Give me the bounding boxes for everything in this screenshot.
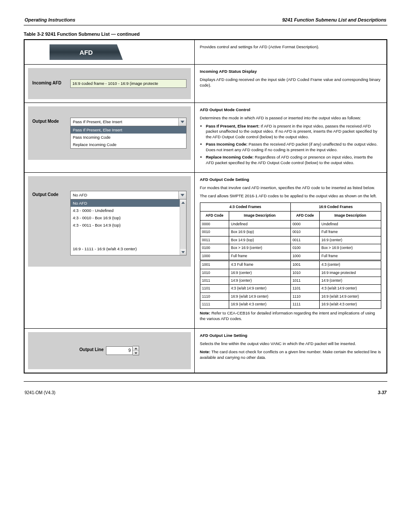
output-code-desc-title: AFD Output Code Setting [200, 177, 249, 182]
table-cell: 4:3 (w/alt 14:9 center) [229, 285, 291, 292]
table-cell: 1011 [200, 277, 229, 284]
table-cell: 0000 [200, 220, 229, 228]
table-cell: Full frame [320, 228, 381, 236]
table-cell: 16:9 (w/alt 14:9 center) [320, 292, 381, 300]
output-code-note: Refer to CEA-CEB16 for detailed informat… [200, 311, 375, 321]
output-line-desc-title: AFD Output Line Setting [200, 333, 247, 338]
incoming-afd-label: Incoming AFD [32, 79, 68, 85]
smpte-head-16-9: 16:9 Coded Frames [290, 202, 381, 211]
incoming-afd-readout: 16:9 coded frame - 1010 - 16:9 (image pr… [70, 79, 187, 88]
output-mode-label: Output Mode [32, 118, 68, 124]
header-left: Operating Instructions [25, 17, 75, 22]
scroll-down-icon[interactable] [180, 249, 186, 255]
table-cell: 16:9 image protected [320, 269, 381, 277]
table-cell: 16:9 (w/alt 4:3 center) [229, 301, 291, 308]
table-cell: Full frame [320, 252, 381, 260]
footer-doc: 9241-OM (V4.3) [25, 390, 56, 395]
list-item[interactable]: Pass Incoming Code [71, 134, 186, 141]
list-item[interactable]: 4:3 - 0010 - Box 16:9 (top) [71, 214, 180, 221]
output-code-desc-p2: The card allows SMPTE 2016-1 AFD codes t… [200, 193, 381, 199]
table-cell: 1001 [200, 261, 229, 269]
table-cell: 1001 [290, 261, 319, 269]
output-line-note: The card does not check for conflicts on… [200, 349, 381, 360]
table-cell: 0011 [200, 236, 229, 244]
output-code-options[interactable]: No AFD 4:3 - 0000 - Undefined 4:3 - 0010… [70, 199, 187, 255]
smpte-head-4-3: 4:3 Coded Frames [200, 202, 290, 211]
table-cell: 1010 [290, 269, 319, 277]
table-cell: 16:9 (center) [320, 236, 381, 244]
output-code-value: No AFD [71, 191, 178, 199]
list-item[interactable]: Replace Incoming Code [71, 141, 186, 148]
output-code-desc-p1: For modes that involve card AFD insertio… [200, 185, 381, 191]
table-cell: Full frame [229, 252, 291, 260]
output-line-label: Output Line [79, 346, 103, 352]
output-line-stepper[interactable] [133, 346, 139, 355]
header-right: 9241 Function Submenu List and Descripti… [282, 17, 386, 22]
table-cell: Box 16:9 (top) [229, 228, 291, 236]
output-line-input[interactable]: 9 [106, 346, 133, 355]
table-cell: 0100 [200, 244, 229, 252]
output-mode-value: Pass If Present, Else Insert [71, 118, 178, 126]
output-mode-desc-title: AFD Output Mode Control [200, 107, 250, 112]
output-code-label: Output Code [32, 191, 68, 197]
table-cell: 1000 [200, 252, 229, 260]
afd-tab[interactable]: AFD [50, 44, 123, 60]
list-item[interactable]: 4:3 - 0000 - Undefined [71, 207, 180, 214]
chevron-down-icon[interactable] [178, 191, 186, 199]
table-cell: 1010 [200, 269, 229, 277]
table-title: Table 3-2 9241 Function Submenu List — c… [24, 31, 387, 37]
function-table: AFD Provides control and settings for AF… [24, 39, 387, 373]
table-cell: 4:3 (w/alt 14:9 center) [320, 285, 381, 292]
incoming-afd-desc-title: Incoming AFD Status Display [200, 69, 257, 74]
chevron-down-icon[interactable] [178, 118, 186, 126]
table-cell: 16:9 (w/alt 4:3 center) [320, 301, 381, 308]
table-cell: 16:9 (w/alt 14:9 center) [229, 292, 291, 300]
table-cell: 14:9 (center) [320, 277, 381, 284]
scroll-up-icon[interactable] [180, 199, 186, 205]
table-cell: 1111 [290, 301, 319, 308]
list-item[interactable]: No AFD [71, 199, 180, 207]
table-cell: Box > 16:9 (center) [229, 244, 291, 252]
table-cell: Undefined [229, 220, 291, 228]
table-cell: 1110 [200, 292, 229, 300]
list-item: Pass Incoming Code: Passes the received … [206, 142, 381, 153]
list-item: Pass If Present, Else Insert: If AFD is … [206, 124, 381, 140]
list-item[interactable]: Pass If Present, Else Insert [71, 126, 186, 134]
table-cell: 0100 [290, 244, 319, 252]
table-cell: 1110 [290, 292, 319, 300]
incoming-afd-desc-body: Displays AFD coding received on the inpu… [200, 77, 381, 88]
afd-description: Provides control and settings for AFD (A… [200, 44, 381, 50]
step-up-icon[interactable] [133, 346, 139, 351]
output-mode-select[interactable]: Pass If Present, Else Insert [70, 118, 187, 126]
table-cell: 0011 [290, 236, 319, 244]
table-cell: 0010 [290, 228, 319, 236]
table-cell: 1111 [200, 301, 229, 308]
table-cell: 1000 [290, 252, 319, 260]
table-cell: Box 14:9 (top) [229, 236, 291, 244]
list-item[interactable]: 16:9 - 1111 - 16:9 (w/alt 4:3 center) [71, 245, 180, 252]
table-cell: Undefined [320, 220, 381, 228]
list-item: Replace Incoming Code: Regardless of AFD… [206, 155, 381, 166]
output-mode-desc-body: Determines the mode in which AFD is pass… [200, 115, 381, 121]
footer-page: 3-37 [378, 390, 386, 395]
table-cell: Box > 16:9 (center) [320, 244, 381, 252]
output-mode-options[interactable]: Pass If Present, Else Insert Pass Incomi… [70, 126, 187, 149]
table-cell: 4:3 (center) [320, 261, 381, 269]
table-cell: 0010 [200, 228, 229, 236]
table-cell: 16:9 (center) [229, 269, 291, 277]
smpte-code-table: 4:3 Coded Frames 16:9 Coded Frames AFD C… [200, 202, 381, 309]
table-cell: 14:9 (center) [229, 277, 291, 284]
table-cell: 4:3 Full frame [229, 261, 291, 269]
table-cell: 0000 [290, 220, 319, 228]
output-code-select[interactable]: No AFD [70, 191, 187, 199]
output-line-desc-body: Selects the line within the output video… [200, 341, 381, 347]
list-item[interactable]: 4:3 - 0011 - Box 14:9 (top) [71, 221, 180, 229]
step-down-icon[interactable] [133, 351, 139, 355]
table-cell: 1101 [290, 285, 319, 292]
table-cell: 1101 [200, 285, 229, 292]
table-cell: 1011 [290, 277, 319, 284]
scrollbar[interactable] [180, 199, 186, 255]
